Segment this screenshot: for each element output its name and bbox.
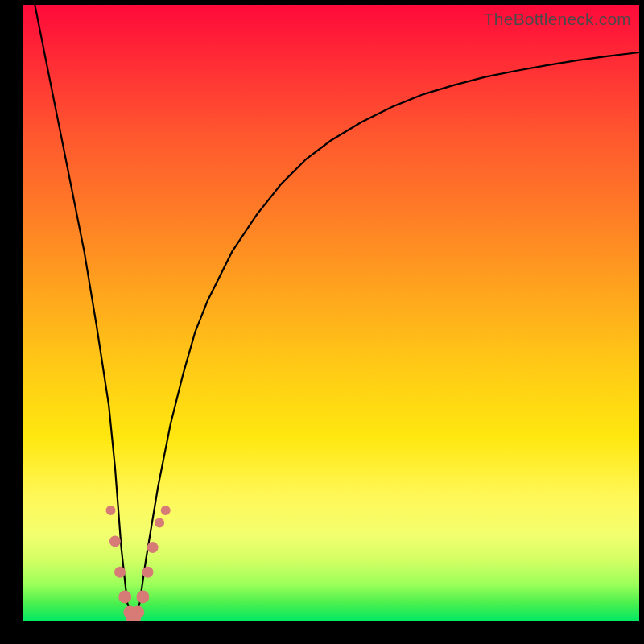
- highlight-dot: [106, 506, 116, 515]
- highlight-dot: [147, 542, 159, 553]
- chart-frame: TheBottleneck.com: [0, 0, 644, 644]
- highlight-dot: [155, 518, 164, 527]
- plot-area: TheBottleneck.com: [23, 5, 639, 621]
- curve-layer: [23, 5, 639, 621]
- highlight-dot: [142, 567, 154, 578]
- highlight-dot: [161, 506, 171, 515]
- highlight-dot: [109, 535, 121, 547]
- highlight-dot: [114, 567, 126, 578]
- highlight-dot: [118, 590, 131, 603]
- highlight-dots: [106, 506, 171, 621]
- highlight-dot: [131, 606, 144, 619]
- highlight-dot: [136, 590, 149, 603]
- bottleneck-curve: [35, 5, 639, 621]
